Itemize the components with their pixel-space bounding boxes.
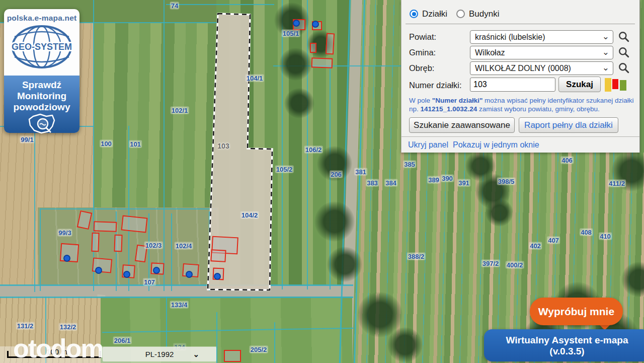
chevron-down-icon: ⌄ (193, 350, 199, 359)
building-marker-dot (95, 267, 102, 274)
hide-panel-link[interactable]: Ukryj panel (408, 140, 448, 150)
parcel-label: 102/4 (175, 242, 193, 250)
parcel-label: 102/1 (171, 107, 189, 114)
parcel-label: 102/3 (144, 242, 163, 249)
parcel-label: 100 (100, 140, 113, 148)
parcel-label: 107 (143, 278, 156, 286)
radio-budynki[interactable] (456, 10, 465, 18)
parcel-label: 131/2 (16, 322, 35, 330)
parcel-label: 397/2 (481, 260, 500, 267)
logo-top: polska.e-mapa.net GEO-SYSTEM (4, 9, 79, 76)
parcel-label: 104/2 (240, 211, 259, 219)
parcel-label: 381 (354, 168, 367, 176)
parcel-label: 104/1 (246, 75, 264, 82)
banner-line1: Sprawdź (4, 80, 79, 91)
site-name: polska.e-mapa.net (4, 14, 79, 23)
parcel-label: 105/2 (275, 166, 294, 173)
scale-tick (7, 351, 9, 358)
logo-card[interactable]: polska.e-mapa.net GEO-SYSTEM Sprawdź Mon… (4, 9, 79, 133)
parcel-label: 388/2 (407, 253, 426, 260)
parcel-label: 105/1 (282, 30, 300, 37)
parcel-number-input[interactable] (470, 78, 555, 92)
parcel-label: 391 (457, 179, 470, 187)
building-marker-dot (153, 267, 160, 274)
hint-text: W pole "Numer działki" można wpisać pełn… (409, 96, 634, 113)
flag-green-icon[interactable] (620, 80, 626, 91)
gmina-value: Wilkołaz (475, 48, 505, 57)
radio-dzialki-label[interactable]: Działki (422, 9, 447, 19)
parcel-number-label: Numer działki: (409, 81, 462, 90)
building-outline (94, 221, 117, 232)
parcel-label: 410 (599, 233, 612, 240)
chevron-down-icon: ⌄ (602, 47, 609, 57)
gmina-select[interactable]: Wilkołaz ⌄ (470, 46, 613, 59)
building-outline (326, 33, 335, 55)
full-report-button[interactable]: Raport pełny dla działki (519, 117, 618, 133)
powiat-value: kraśnicki (lubelskie) (475, 33, 545, 42)
parcel-label: 205/2 (250, 346, 268, 353)
powiat-select[interactable]: kraśnicki (lubelskie) ⌄ (470, 30, 613, 44)
search-panel: Działki Budynki Powiat: kraśnicki (lubel… (401, 0, 640, 153)
chevron-down-icon: ⌄ (602, 62, 609, 73)
parcel-label: 400/2 (506, 261, 524, 269)
poland-map-magnifier-icon (26, 113, 57, 134)
parcel-label: 408 (580, 229, 593, 236)
building-outline (91, 233, 99, 252)
parcel-label: 101 (129, 140, 142, 148)
building-outline (310, 43, 316, 53)
parcel-label: 384 (384, 179, 397, 187)
assistant-line1: Wirtualny Asystent e-mapa (484, 335, 644, 346)
building-marker-dot (186, 271, 193, 278)
divider (406, 24, 635, 24)
scale-bar (7, 356, 101, 358)
parcel-label: 406 (560, 157, 574, 164)
parcel-label: 390 (441, 175, 454, 182)
powiat-label: Powiat: (409, 32, 436, 42)
parcel-label: 206 (330, 171, 343, 178)
gmina-search-icon[interactable] (618, 46, 630, 58)
divider (401, 136, 639, 137)
parcel-label: 74 (170, 2, 179, 10)
crs-select[interactable]: PL-1992 ⌄ (103, 347, 216, 361)
banner-line3: powodziowy (4, 102, 79, 113)
geo-system-globe-icon: GEO-SYSTEM (9, 23, 75, 71)
parcel-label: 383 (366, 179, 379, 187)
scale-text: 100 m (46, 347, 67, 356)
radio-budynki-label[interactable]: Budynki (469, 9, 499, 19)
svg-text:GEO-SYSTEM: GEO-SYSTEM (12, 42, 72, 52)
single-window-link[interactable]: Pokazuj w jednym oknie (453, 140, 539, 150)
search-button[interactable]: Szukaj (558, 77, 601, 92)
obreb-search-icon[interactable] (618, 62, 630, 74)
obreb-label: Obręb: (409, 63, 434, 73)
flood-monitoring-banner[interactable]: Sprawdź Monitoring powodziowy (4, 76, 79, 133)
advanced-search-button[interactable]: Szukanie zaawansowane (409, 117, 515, 133)
parcel-label: 206/1 (113, 337, 132, 344)
parcel-label: 133/4 (170, 301, 189, 309)
parcel-label: 402 (529, 242, 542, 250)
flag-yellow-icon[interactable] (605, 78, 611, 92)
scale-tick (100, 351, 101, 358)
building-marker-dot (214, 273, 221, 280)
building-outline (121, 215, 148, 233)
flag-red-icon[interactable] (612, 79, 618, 89)
building-marker-dot (123, 271, 130, 278)
powiat-search-icon[interactable] (618, 31, 630, 43)
building-outline (210, 249, 226, 262)
assistant-line2: (v.0.3.5) (484, 346, 644, 357)
parcel-label: 389 (427, 176, 440, 184)
chevron-down-icon: ⌄ (602, 31, 609, 42)
gmina-label: Gmina: (409, 48, 436, 57)
building-marker-dot (63, 255, 70, 262)
obreb-value: WILKOŁAZ DOLNY (0008) (475, 64, 571, 73)
obreb-select[interactable]: WILKOŁAZ DOLNY (0008) ⌄ (470, 61, 613, 75)
building-outline (224, 350, 241, 362)
virtual-assistant-button[interactable]: Wirtualny Asystent e-mapa (v.0.3.5) (484, 329, 644, 361)
parcel-label: 99/3 (57, 229, 72, 237)
crs-value: PL-1992 (145, 350, 174, 358)
parcel-label: 411/2 (608, 180, 626, 187)
parcel-label: 398/5 (497, 178, 516, 185)
radio-dzialki[interactable] (410, 10, 418, 18)
building-outline (114, 235, 122, 252)
banner-line2: Monitoring (4, 91, 79, 102)
try-me-bubble[interactable]: Wypróbuj mnie (530, 298, 623, 325)
